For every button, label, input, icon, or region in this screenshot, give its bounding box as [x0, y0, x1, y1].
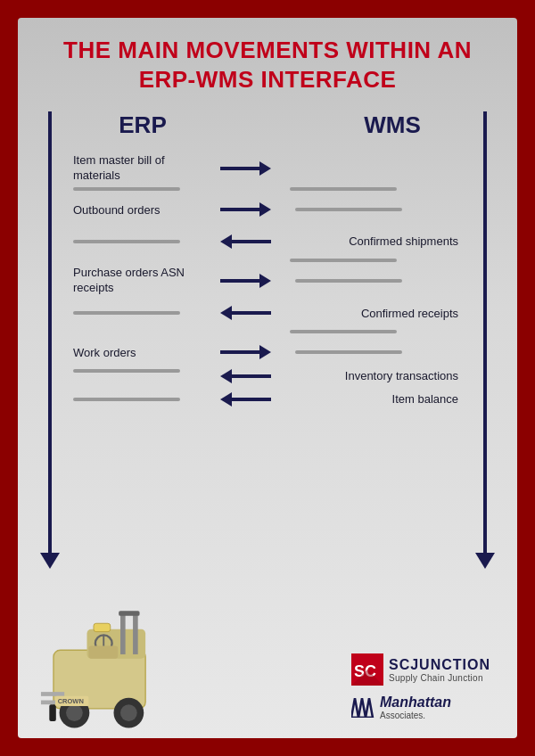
erp-line-6: [73, 369, 180, 373]
forklift-svg: CROWN: [36, 600, 205, 734]
arrow-left-2: [201, 306, 290, 320]
svg-marker-21: [351, 698, 373, 718]
logos-area: SC SCJUNCTION Supply Chain Junction Manh…: [351, 653, 499, 734]
svg-point-6: [66, 704, 83, 721]
page-title: THE MAIN MOVEMENTS WITHIN AN ERP-WMS INT…: [36, 36, 499, 94]
arrow-right-1: [201, 161, 290, 176]
wms-line-5: [290, 330, 397, 333]
erp-line-2: [73, 240, 180, 243]
wms-item-1: Confirmed shipments: [290, 234, 473, 250]
arrow-right-3: [201, 274, 290, 288]
wms-vertical-line: [483, 111, 487, 555]
erp-item-2: Outbound orders: [62, 203, 201, 217]
arrow-left-3: [201, 369, 290, 384]
wms-item-2: Confirmed receipts: [290, 307, 473, 320]
wms-item-4: Item balance: [290, 392, 473, 406]
wms-arrow-head: [475, 553, 495, 569]
svg-point-8: [120, 704, 137, 721]
manhattan-icon: [351, 698, 376, 718]
arrow-right-2: [201, 202, 290, 217]
svg-rect-13: [49, 704, 56, 721]
erp-item-1: Item master bill of materials: [62, 153, 201, 184]
svg-rect-4: [119, 611, 139, 616]
wms-item-3: Inventory transactions: [290, 369, 473, 384]
wms-line-1: [290, 187, 397, 191]
erp-line-4: [73, 311, 180, 315]
erp-line-1: [73, 187, 180, 191]
erp-arrow-head: [40, 553, 60, 569]
scjunction-icon: SC: [351, 653, 383, 686]
scjunction-text: SCJUNCTION Supply Chain Junction: [389, 657, 490, 683]
svg-rect-2: [120, 612, 126, 654]
manhattan-text: Manhattan Associates.: [380, 694, 451, 720]
erp-vertical-line: [48, 111, 52, 555]
bottom-section: CROWN SC SCJUNCTION Supply Chain Junct: [36, 587, 499, 738]
main-container: THE MAIN MOVEMENTS WITHIN AN ERP-WMS INT…: [18, 18, 517, 738]
wms-line-3: [290, 259, 397, 262]
manhattan-logo: Manhattan Associates.: [351, 694, 451, 720]
arrow-left-4: [201, 392, 290, 407]
arrow-right-4: [201, 345, 290, 359]
forklift-image: CROWN: [36, 591, 214, 734]
erp-line-7: [73, 398, 180, 401]
erp-item-4: Work orders: [62, 346, 201, 359]
arrow-left-1: [201, 234, 290, 249]
wms-column-header: WMS: [330, 111, 455, 139]
svg-text:CROWN: CROWN: [58, 697, 84, 705]
erp-column-header: ERP: [80, 111, 205, 139]
svg-rect-3: [133, 612, 138, 654]
svg-rect-10: [41, 692, 64, 696]
svg-rect-14: [88, 646, 118, 659]
wms-line-2-top: [295, 208, 402, 211]
svg-rect-17: [94, 623, 111, 631]
wms-line-6: [295, 350, 402, 354]
erp-item-3: Purchase orders ASN receipts: [62, 266, 201, 296]
scjunction-logo: SC SCJUNCTION Supply Chain Junction: [351, 653, 490, 686]
wms-line-4: [295, 279, 402, 283]
